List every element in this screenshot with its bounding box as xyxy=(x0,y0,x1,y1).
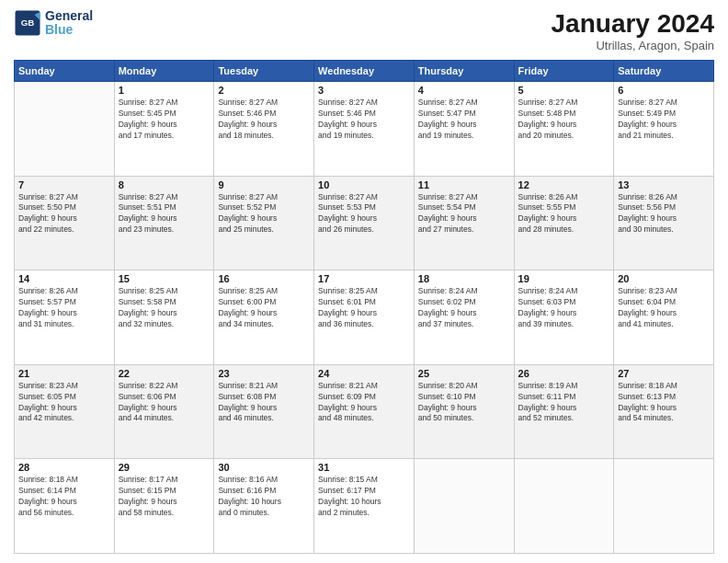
day-number: 5 xyxy=(518,85,610,96)
table-row: 25Sunrise: 8:20 AMSunset: 6:10 PMDayligh… xyxy=(414,364,514,459)
day-number: 3 xyxy=(318,85,410,96)
col-monday: Monday xyxy=(114,61,214,82)
table-row: 19Sunrise: 8:24 AMSunset: 6:03 PMDayligh… xyxy=(514,270,614,365)
calendar-week-row: 21Sunrise: 8:23 AMSunset: 6:05 PMDayligh… xyxy=(15,364,714,459)
day-info: Sunrise: 8:27 AMSunset: 5:53 PMDaylight:… xyxy=(318,192,410,236)
col-friday: Friday xyxy=(514,61,614,82)
col-saturday: Saturday xyxy=(614,61,714,82)
day-info: Sunrise: 8:25 AMSunset: 5:58 PMDaylight:… xyxy=(119,286,210,330)
day-info: Sunrise: 8:27 AMSunset: 5:46 PMDaylight:… xyxy=(318,98,410,142)
table-row: 28Sunrise: 8:18 AMSunset: 6:14 PMDayligh… xyxy=(15,459,115,554)
day-info: Sunrise: 8:26 AMSunset: 5:57 PMDaylight:… xyxy=(18,286,110,330)
day-number: 7 xyxy=(18,179,110,190)
logo-line2: Blue xyxy=(45,23,93,37)
table-row: 30Sunrise: 8:16 AMSunset: 6:16 PMDayligh… xyxy=(214,459,314,554)
table-row: 15Sunrise: 8:25 AMSunset: 5:58 PMDayligh… xyxy=(114,270,214,365)
day-info: Sunrise: 8:27 AMSunset: 5:51 PMDaylight:… xyxy=(119,192,210,236)
day-number: 28 xyxy=(18,462,110,473)
day-info: Sunrise: 8:22 AMSunset: 6:06 PMDaylight:… xyxy=(119,381,210,425)
calendar-week-row: 1Sunrise: 8:27 AMSunset: 5:45 PMDaylight… xyxy=(15,82,714,177)
day-info: Sunrise: 8:23 AMSunset: 6:04 PMDaylight:… xyxy=(618,286,710,330)
day-info: Sunrise: 8:27 AMSunset: 5:49 PMDaylight:… xyxy=(618,98,710,142)
table-row: 29Sunrise: 8:17 AMSunset: 6:15 PMDayligh… xyxy=(114,459,214,554)
table-row: 9Sunrise: 8:27 AMSunset: 5:52 PMDaylight… xyxy=(214,176,314,270)
table-row: 27Sunrise: 8:18 AMSunset: 6:13 PMDayligh… xyxy=(614,364,714,459)
table-row: 3Sunrise: 8:27 AMSunset: 5:46 PMDaylight… xyxy=(314,82,415,177)
day-info: Sunrise: 8:27 AMSunset: 5:47 PMDaylight:… xyxy=(418,98,510,142)
day-number: 22 xyxy=(119,368,210,379)
day-info: Sunrise: 8:25 AMSunset: 6:01 PMDaylight:… xyxy=(318,286,410,330)
table-row: 20Sunrise: 8:23 AMSunset: 6:04 PMDayligh… xyxy=(614,270,714,365)
table-row: 18Sunrise: 8:24 AMSunset: 6:02 PMDayligh… xyxy=(414,270,514,365)
day-info: Sunrise: 8:27 AMSunset: 5:54 PMDaylight:… xyxy=(418,192,510,236)
table-row: 11Sunrise: 8:27 AMSunset: 5:54 PMDayligh… xyxy=(414,176,514,270)
location: Utrillas, Aragon, Spain xyxy=(552,39,714,52)
day-info: Sunrise: 8:24 AMSunset: 6:03 PMDaylight:… xyxy=(518,286,610,330)
day-number: 16 xyxy=(218,273,310,284)
logo: GB General Blue xyxy=(14,9,93,38)
header: GB General Blue January 2024 Utrillas, A… xyxy=(14,9,714,52)
table-row: 10Sunrise: 8:27 AMSunset: 5:53 PMDayligh… xyxy=(314,176,415,270)
day-number: 14 xyxy=(18,273,110,284)
day-number: 31 xyxy=(318,462,410,473)
day-info: Sunrise: 8:24 AMSunset: 6:02 PMDaylight:… xyxy=(418,286,510,330)
day-info: Sunrise: 8:19 AMSunset: 6:11 PMDaylight:… xyxy=(518,381,610,425)
day-info: Sunrise: 8:15 AMSunset: 6:17 PMDaylight:… xyxy=(318,475,410,519)
day-info: Sunrise: 8:23 AMSunset: 6:05 PMDaylight:… xyxy=(18,381,110,425)
table-row: 23Sunrise: 8:21 AMSunset: 6:08 PMDayligh… xyxy=(214,364,314,459)
table-row: 8Sunrise: 8:27 AMSunset: 5:51 PMDaylight… xyxy=(114,176,214,270)
table-row xyxy=(414,459,514,554)
calendar-week-row: 14Sunrise: 8:26 AMSunset: 5:57 PMDayligh… xyxy=(15,270,714,365)
day-info: Sunrise: 8:25 AMSunset: 6:00 PMDaylight:… xyxy=(218,286,310,330)
day-number: 27 xyxy=(618,368,710,379)
day-number: 2 xyxy=(218,85,310,96)
day-number: 8 xyxy=(119,179,210,190)
day-info: Sunrise: 8:27 AMSunset: 5:46 PMDaylight:… xyxy=(218,98,310,142)
table-row: 16Sunrise: 8:25 AMSunset: 6:00 PMDayligh… xyxy=(214,270,314,365)
calendar-header-row: Sunday Monday Tuesday Wednesday Thursday… xyxy=(15,61,714,82)
day-number: 29 xyxy=(119,462,210,473)
day-number: 10 xyxy=(318,179,410,190)
day-number: 9 xyxy=(218,179,310,190)
month-title: January 2024 xyxy=(552,9,714,39)
table-row: 22Sunrise: 8:22 AMSunset: 6:06 PMDayligh… xyxy=(114,364,214,459)
day-info: Sunrise: 8:17 AMSunset: 6:15 PMDaylight:… xyxy=(119,475,210,519)
day-info: Sunrise: 8:20 AMSunset: 6:10 PMDaylight:… xyxy=(418,381,510,425)
day-number: 6 xyxy=(618,85,710,96)
day-number: 4 xyxy=(418,85,510,96)
day-number: 12 xyxy=(518,179,610,190)
table-row: 4Sunrise: 8:27 AMSunset: 5:47 PMDaylight… xyxy=(414,82,514,177)
col-sunday: Sunday xyxy=(15,61,115,82)
day-number: 23 xyxy=(218,368,310,379)
day-number: 26 xyxy=(518,368,610,379)
page: GB General Blue January 2024 Utrillas, A… xyxy=(0,0,728,563)
table-row: 17Sunrise: 8:25 AMSunset: 6:01 PMDayligh… xyxy=(314,270,415,365)
day-info: Sunrise: 8:26 AMSunset: 5:55 PMDaylight:… xyxy=(518,192,610,236)
table-row: 21Sunrise: 8:23 AMSunset: 6:05 PMDayligh… xyxy=(15,364,115,459)
calendar-week-row: 7Sunrise: 8:27 AMSunset: 5:50 PMDaylight… xyxy=(15,176,714,270)
day-info: Sunrise: 8:27 AMSunset: 5:52 PMDaylight:… xyxy=(218,192,310,236)
day-info: Sunrise: 8:16 AMSunset: 6:16 PMDaylight:… xyxy=(218,475,310,519)
svg-text:GB: GB xyxy=(21,17,35,28)
table-row xyxy=(614,459,714,554)
table-row: 2Sunrise: 8:27 AMSunset: 5:46 PMDaylight… xyxy=(214,82,314,177)
day-info: Sunrise: 8:18 AMSunset: 6:14 PMDaylight:… xyxy=(18,475,110,519)
day-info: Sunrise: 8:21 AMSunset: 6:08 PMDaylight:… xyxy=(218,381,310,425)
title-area: January 2024 Utrillas, Aragon, Spain xyxy=(552,9,714,52)
table-row xyxy=(15,82,115,177)
day-number: 30 xyxy=(218,462,310,473)
day-number: 15 xyxy=(119,273,210,284)
day-info: Sunrise: 8:26 AMSunset: 5:56 PMDaylight:… xyxy=(618,192,710,236)
day-number: 19 xyxy=(518,273,610,284)
day-number: 21 xyxy=(18,368,110,379)
day-number: 1 xyxy=(119,85,210,96)
day-number: 13 xyxy=(618,179,710,190)
day-info: Sunrise: 8:27 AMSunset: 5:45 PMDaylight:… xyxy=(119,98,210,142)
col-wednesday: Wednesday xyxy=(314,61,415,82)
table-row: 13Sunrise: 8:26 AMSunset: 5:56 PMDayligh… xyxy=(614,176,714,270)
day-number: 18 xyxy=(418,273,510,284)
calendar-week-row: 28Sunrise: 8:18 AMSunset: 6:14 PMDayligh… xyxy=(15,459,714,554)
day-info: Sunrise: 8:18 AMSunset: 6:13 PMDaylight:… xyxy=(618,381,710,425)
table-row: 31Sunrise: 8:15 AMSunset: 6:17 PMDayligh… xyxy=(314,459,415,554)
day-number: 20 xyxy=(618,273,710,284)
